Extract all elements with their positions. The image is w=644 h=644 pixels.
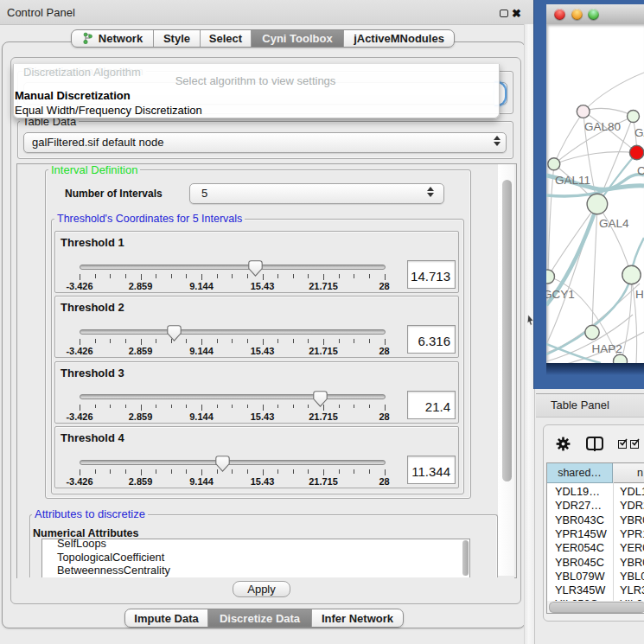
svg-text:C: C bbox=[637, 164, 644, 177]
svg-text:GAL80: GAL80 bbox=[584, 120, 621, 133]
svg-text:GAL4: GAL4 bbox=[599, 217, 629, 230]
svg-text:GCY1: GCY1 bbox=[546, 288, 575, 301]
svg-text:H: H bbox=[635, 288, 644, 301]
svg-text:GAL11: GAL11 bbox=[555, 174, 590, 187]
svg-text:GA: GA bbox=[634, 126, 644, 139]
svg-text:HAP2: HAP2 bbox=[592, 342, 622, 355]
